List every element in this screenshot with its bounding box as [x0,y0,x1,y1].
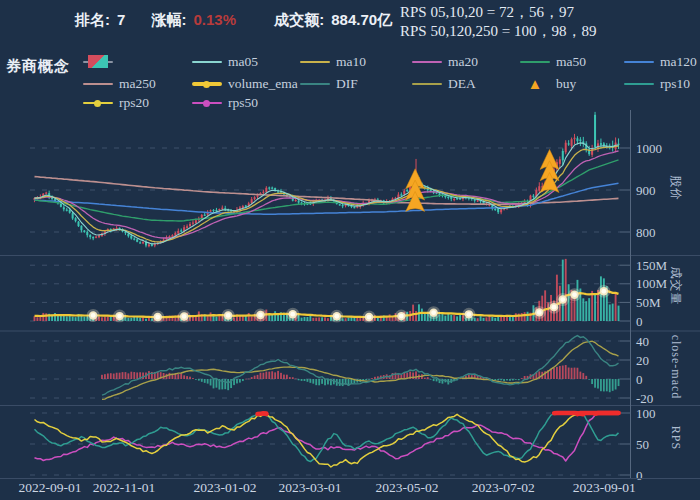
svg-text:40: 40 [636,334,649,349]
legend-item-ma20[interactable]: ma20 [412,55,478,69]
buy-triangle-icon: ▲ [520,77,550,91]
rps20-swatch-icon [83,102,113,104]
legend-label: DIF [336,76,358,92]
ma05-swatch-icon [192,61,222,63]
DIF-swatch-icon [300,83,330,85]
legend-label: rps10 [660,76,690,92]
legend-label: volume_ema [228,76,298,92]
price-panel [33,112,619,247]
svg-text:150M: 150M [636,258,668,273]
svg-text:800: 800 [636,225,656,240]
svg-text:0: 0 [636,314,643,329]
svg-text:成交量: 成交量 [669,267,683,306]
svg-text:2023-09-01: 2023-09-01 [573,480,636,495]
svg-text:100: 100 [636,406,656,421]
ma10-swatch-icon [300,61,330,63]
macd-panel [101,336,619,400]
volume-panel [34,259,620,324]
legend-label: ma120 [660,54,697,70]
svg-text:2023-03-01: 2023-03-01 [279,480,342,495]
svg-text:20: 20 [636,353,649,368]
buy-signal-markers [406,149,559,211]
legend-item-ma250[interactable]: ma250 [83,77,156,91]
legend-item-ma50[interactable]: ma50 [520,55,586,69]
svg-text:close-macd: close-macd [669,335,683,400]
legend-label: buy [556,76,576,92]
legend-label: DEA [448,76,476,92]
legend-item-rps10[interactable]: rps10 [624,77,690,91]
DEA-swatch-icon [412,83,442,85]
legend-label: rps50 [228,95,258,111]
legend-label: ma10 [336,54,366,70]
x-axis-labels: 2022-09-012022-11-012023-01-022023-03-01… [19,480,636,495]
svg-text:-20: -20 [636,391,653,406]
legend-item-rps50[interactable]: rps50 [192,96,258,110]
svg-text:100M: 100M [636,276,668,291]
svg-text:2023-05-02: 2023-05-02 [375,480,438,495]
svg-text:0: 0 [636,372,643,387]
legend-label: ma20 [448,54,478,70]
legend-item-ma05[interactable]: ma05 [192,55,258,69]
legend-label: ma50 [556,54,586,70]
rps10-swatch-icon [624,83,654,85]
legend-item-DIF[interactable]: DIF [300,77,358,91]
legend-item-ma120[interactable]: ma120 [624,55,697,69]
svg-text:900: 900 [636,183,656,198]
legend-label: rps20 [119,95,149,111]
svg-text:1000: 1000 [636,141,662,156]
ma250-swatch-icon [83,83,113,85]
svg-text:2023-01-02: 2023-01-02 [193,480,256,495]
svg-text:0: 0 [636,468,643,483]
ma20-swatch-icon [412,61,442,63]
ma50-swatch-icon [520,61,550,63]
legend-item-volume_ema[interactable]: volume_ema [192,77,298,91]
svg-text:RPS: RPS [669,426,683,450]
svg-text:股价: 股价 [669,175,683,201]
kline-legend-icon [83,61,113,63]
legend: ma05ma10ma20ma50ma120ma250volume_emaDIFD… [0,0,700,112]
svg-text:2023-07-02: 2023-07-02 [472,480,535,495]
svg-text:50: 50 [636,437,649,452]
stock-dashboard: 1000900800150M100M50M040200-20100500股价成交… [0,0,700,500]
legend-label: ma05 [228,54,258,70]
legend-item-rps20[interactable]: rps20 [83,96,149,110]
svg-text:2022-11-01: 2022-11-01 [93,480,156,495]
legend-item-DEA[interactable]: DEA [412,77,476,91]
volume_ema-swatch-icon [192,82,222,86]
svg-text:50M: 50M [636,295,661,310]
legend-item-ma10[interactable]: ma10 [300,55,366,69]
legend-label: ma250 [119,76,156,92]
legend-item-kline[interactable] [83,55,113,69]
svg-text:2022-09-01: 2022-09-01 [19,480,82,495]
rps50-swatch-icon [192,102,222,104]
rps-panel [35,413,619,467]
ma120-swatch-icon [624,61,654,63]
legend-item-buy[interactable]: ▲buy [520,77,576,91]
